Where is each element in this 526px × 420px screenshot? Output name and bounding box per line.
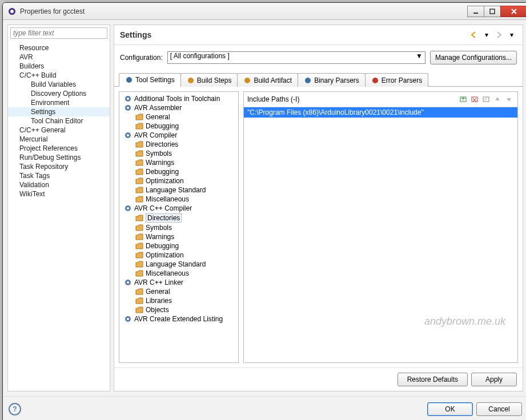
forward-menu[interactable]: ▾ (507, 30, 517, 40)
tool-node[interactable]: Objects (119, 305, 238, 314)
nav-item[interactable]: WikiText (8, 189, 110, 199)
config-select[interactable]: [ All configurations ]▼ (167, 51, 425, 64)
tab-icon (304, 76, 312, 84)
tool-node[interactable]: AVR Create Extended Listing (119, 314, 238, 324)
folder-icon (135, 288, 143, 296)
tool-node[interactable]: AVR C++ Linker (119, 278, 238, 287)
tool-node[interactable]: Warnings (119, 232, 238, 241)
nav-item[interactable]: Discovery Options (8, 89, 110, 98)
folder-icon (135, 269, 143, 277)
tab-bar: Tool SettingsBuild StepsBuild ArtifactBi… (114, 72, 523, 87)
folder-icon (135, 242, 143, 250)
ok-button[interactable]: OK (427, 402, 473, 416)
tab-build-artifact[interactable]: Build Artifact (237, 73, 298, 87)
nav-item[interactable]: C/C++ General (8, 126, 110, 135)
tool-node[interactable]: Directories (119, 213, 238, 223)
tool-node[interactable]: Debugging (119, 241, 238, 251)
nav-item[interactable]: Run/Debug Settings (8, 153, 110, 162)
tool-node[interactable]: Libraries (119, 296, 238, 305)
tab-build-steps[interactable]: Build Steps (180, 73, 238, 87)
svg-point-12 (127, 98, 129, 100)
folder-icon (135, 177, 143, 185)
include-paths-title: Include Paths (-I) (247, 95, 458, 103)
dialog-window: Properties for gcctest ResourceAVRBuilde… (2, 2, 526, 420)
tab-tool-settings[interactable]: Tool Settings (119, 73, 181, 87)
folder-icon (135, 297, 143, 305)
move-down-button[interactable] (504, 94, 514, 104)
add-include-button[interactable]: + (458, 94, 468, 104)
close-button[interactable] (500, 6, 526, 17)
nav-item[interactable]: Validation (8, 180, 110, 189)
nav-item[interactable]: Project References (8, 144, 110, 153)
svg-point-6 (126, 77, 132, 83)
move-up-button[interactable] (492, 94, 503, 104)
tool-node[interactable]: Optimization (119, 176, 238, 185)
nav-item[interactable]: Environment (8, 98, 110, 107)
tool-node[interactable]: Miscellaneous (119, 195, 238, 204)
svg-point-16 (127, 134, 129, 136)
tool-node[interactable]: AVR Compiler (119, 131, 238, 140)
tab-icon (243, 76, 251, 84)
tab-error-parsers[interactable]: Error Parsers (365, 73, 428, 87)
tool-node[interactable]: Language Standard (119, 260, 238, 269)
tool-node[interactable]: Additional Tools in Toolchain (119, 94, 238, 103)
svg-point-8 (244, 78, 250, 83)
nav-item[interactable]: C/C++ Build (8, 71, 110, 80)
titlebar[interactable]: Properties for gcctest (3, 3, 526, 20)
nav-item[interactable]: Tool Chain Editor (8, 116, 110, 126)
forward-button[interactable] (494, 30, 504, 40)
tool-node[interactable]: Optimization (119, 251, 238, 260)
tab-label: Build Steps (197, 76, 232, 84)
folder-icon (135, 224, 143, 232)
tool-node[interactable]: General (119, 112, 238, 122)
edit-include-button[interactable] (481, 94, 491, 104)
maximize-button[interactable] (484, 6, 501, 17)
tool-node[interactable]: General (119, 287, 238, 296)
manage-config-button[interactable]: Manage Configurations... (430, 51, 517, 64)
tool-node[interactable]: Debugging (119, 167, 238, 176)
nav-item[interactable]: Settings (8, 107, 110, 116)
tool-icon (124, 315, 132, 323)
cancel-button[interactable]: Cancel (476, 402, 522, 416)
nav-item[interactable]: Builders (8, 62, 110, 71)
tool-node[interactable]: AVR Assembler (119, 103, 238, 112)
filter-input[interactable] (10, 27, 107, 39)
tool-node[interactable]: Symbols (119, 223, 238, 232)
apply-button[interactable]: Apply (471, 373, 517, 386)
nav-item[interactable]: Task Repository (8, 162, 110, 171)
nav-item[interactable]: Task Tags (8, 171, 110, 180)
include-path-item[interactable]: "C:\Program Files (x86)\ArduinoLibrary00… (244, 107, 517, 118)
restore-defaults-button[interactable]: Restore Defaults (397, 373, 468, 386)
tool-icon (124, 95, 132, 103)
tool-node[interactable]: Symbols (119, 149, 238, 158)
back-menu[interactable]: ▾ (481, 30, 492, 40)
tool-node[interactable]: Directories (119, 140, 238, 149)
nav-item[interactable]: Mercurial (8, 135, 110, 144)
delete-include-button[interactable] (469, 94, 480, 104)
tool-node[interactable]: Language Standard (119, 185, 238, 195)
tab-binary-parsers[interactable]: Binary Parsers (298, 73, 366, 87)
svg-rect-25 (472, 97, 477, 102)
tool-node[interactable]: Miscellaneous (119, 269, 238, 278)
folder-icon (135, 186, 143, 194)
page-title: Settings (120, 30, 469, 39)
tool-node[interactable]: Warnings (119, 158, 238, 167)
nav-tree[interactable]: ResourceAVRBuildersC/C++ BuildBuild Vari… (8, 41, 110, 391)
tool-settings-tree[interactable]: Additional Tools in ToolchainAVR Assembl… (119, 91, 239, 363)
svg-point-18 (127, 207, 129, 209)
folder-icon (135, 150, 143, 158)
minimize-button[interactable] (467, 6, 484, 17)
nav-item[interactable]: Build Variables (8, 80, 110, 89)
nav-item[interactable]: AVR (8, 52, 110, 62)
tool-node[interactable]: Debugging (119, 122, 238, 131)
nav-item[interactable]: Resource (8, 43, 110, 52)
folder-icon (135, 251, 143, 259)
include-paths-list[interactable]: "C:\Program Files (x86)\ArduinoLibrary00… (244, 107, 517, 362)
tool-node[interactable]: AVR C++ Compiler (119, 204, 238, 213)
tab-label: Build Artifact (254, 76, 292, 84)
tool-icon (124, 131, 132, 139)
app-icon (7, 7, 17, 16)
help-button[interactable]: ? (9, 403, 21, 415)
folder-icon (135, 113, 143, 121)
back-button[interactable] (469, 30, 479, 40)
